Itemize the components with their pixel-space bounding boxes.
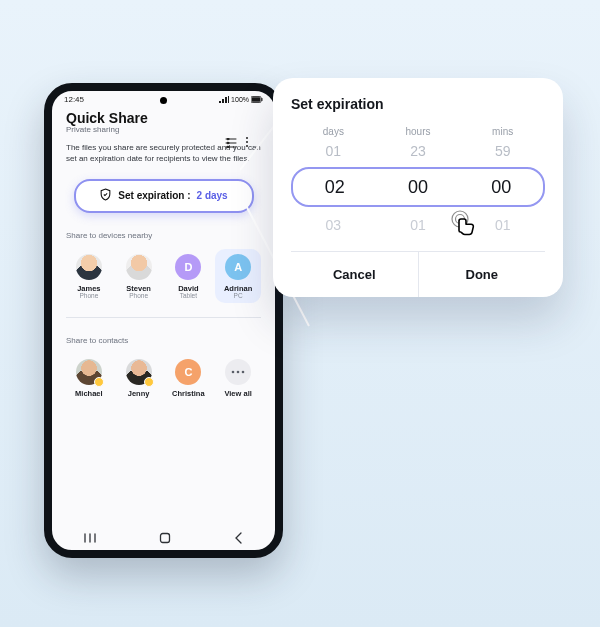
svg-point-13 xyxy=(237,370,240,373)
device-avatar xyxy=(126,254,152,280)
prev-mins: 59 xyxy=(460,143,545,159)
svg-rect-2 xyxy=(261,98,262,101)
nav-bar xyxy=(52,531,275,545)
label-hours: hours xyxy=(376,126,461,137)
contact-name: Michael xyxy=(67,389,111,398)
nav-recents-icon[interactable] xyxy=(83,532,97,544)
picker-next-row[interactable]: 03 01 01 xyxy=(291,217,545,233)
device-avatar: D xyxy=(175,254,201,280)
done-button[interactable]: Done xyxy=(419,252,546,297)
svg-rect-1 xyxy=(252,97,260,101)
expiration-label: Set expiration : xyxy=(118,190,190,201)
svg-point-12 xyxy=(232,370,235,373)
next-mins: 01 xyxy=(460,217,545,233)
next-days: 03 xyxy=(291,217,376,233)
page-subtitle: Private sharing xyxy=(66,125,261,134)
divider xyxy=(66,317,261,318)
picker-selected-row[interactable]: 02 00 00 xyxy=(291,167,545,207)
contact-avatar xyxy=(126,359,152,385)
section-contacts-label: Share to contacts xyxy=(66,336,261,345)
curr-mins: 00 xyxy=(460,177,543,198)
contact-card[interactable]: Jenny xyxy=(116,354,162,402)
phone-frame: 12:45 100% Quick Share Private sharing xyxy=(44,83,283,558)
camera-hole xyxy=(160,97,167,104)
nav-back-icon[interactable] xyxy=(234,532,244,544)
svg-point-9 xyxy=(246,137,248,139)
svg-point-14 xyxy=(242,370,245,373)
shield-icon xyxy=(99,187,112,205)
expiration-value: 2 days xyxy=(197,190,228,201)
device-card[interactable]: JamesPhone xyxy=(66,249,112,303)
set-expiration-button[interactable]: Set expiration : 2 days xyxy=(74,179,254,213)
prev-hours: 23 xyxy=(376,143,461,159)
label-mins: mins xyxy=(460,126,545,137)
device-card[interactable]: DDavidTablet xyxy=(166,249,212,303)
prev-days: 01 xyxy=(291,143,376,159)
contact-name: Christina xyxy=(167,389,211,398)
contact-avatar xyxy=(76,359,102,385)
svg-point-7 xyxy=(227,142,229,144)
curr-hours: 00 xyxy=(376,177,459,198)
more-vertical-icon[interactable] xyxy=(245,134,249,152)
signal-icon xyxy=(219,96,229,103)
status-time: 12:45 xyxy=(64,95,84,104)
nav-home-icon[interactable] xyxy=(158,531,172,545)
curr-days: 02 xyxy=(293,177,376,198)
device-avatar: A xyxy=(225,254,251,280)
page-title: Quick Share xyxy=(66,110,261,126)
battery-text: 100% xyxy=(231,96,249,103)
device-card[interactable]: StevenPhone xyxy=(116,249,162,303)
contact-avatar: C xyxy=(175,359,201,385)
device-card[interactable]: AAdrinanPC xyxy=(215,249,261,303)
svg-point-8 xyxy=(227,146,229,148)
contact-name: Jenny xyxy=(117,389,161,398)
label-days: days xyxy=(291,126,376,137)
picker-title: Set expiration xyxy=(291,96,545,112)
view-all-button[interactable]: View all xyxy=(215,354,261,402)
device-type: Phone xyxy=(117,292,161,299)
next-hours: 01 xyxy=(376,217,461,233)
device-type: Phone xyxy=(67,292,111,299)
expiration-picker-panel: Set expiration days hours mins 01 23 59 … xyxy=(273,78,563,297)
section-nearby-label: Share to devices nearby xyxy=(66,231,261,240)
cancel-button[interactable]: Cancel xyxy=(291,252,419,297)
dots-icon xyxy=(225,359,251,385)
contact-name: View all xyxy=(216,389,260,398)
svg-point-10 xyxy=(246,141,248,143)
list-filter-icon[interactable] xyxy=(225,134,237,152)
contact-card[interactable]: CChristina xyxy=(166,354,212,402)
picker-prev-row[interactable]: 01 23 59 xyxy=(291,143,545,159)
svg-rect-18 xyxy=(161,534,170,543)
picker-column-labels: days hours mins xyxy=(291,126,545,137)
device-type: Tablet xyxy=(167,292,211,299)
device-avatar xyxy=(76,254,102,280)
battery-icon xyxy=(251,96,263,103)
svg-point-11 xyxy=(246,145,248,147)
device-type: PC xyxy=(216,292,260,299)
contact-card[interactable]: Michael xyxy=(66,354,112,402)
svg-point-6 xyxy=(227,138,229,140)
